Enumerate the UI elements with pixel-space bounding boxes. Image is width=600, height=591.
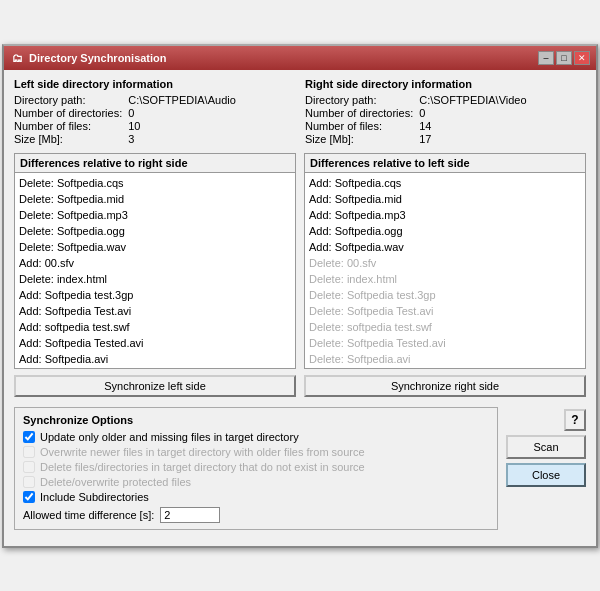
list-item: Add: Softpedia.mid — [309, 191, 581, 207]
right-path-label: Directory path: — [305, 94, 413, 106]
list-item: Delete: softpedia test.swf — [309, 319, 581, 335]
right-dirs-label: Number of directories: — [305, 107, 413, 119]
title-bar: 🗂 Directory Synchronisation – □ ✕ — [4, 46, 596, 70]
left-diff-panel: Differences relative to right side Delet… — [14, 153, 296, 369]
left-path-label: Directory path: — [14, 94, 122, 106]
sync-buttons-row: Synchronize left side Synchronize right … — [14, 375, 586, 397]
sync-options-title: Synchronize Options — [23, 414, 489, 426]
window-title: Directory Synchronisation — [29, 52, 167, 64]
close-button[interactable]: Close — [506, 463, 586, 487]
right-size-value: 17 — [419, 133, 586, 145]
option-1-checkbox[interactable] — [23, 431, 35, 443]
left-files-label: Number of files: — [14, 120, 122, 132]
right-dirs-value: 0 — [419, 107, 586, 119]
close-window-button[interactable]: ✕ — [574, 51, 590, 65]
action-buttons-panel: ? Scan Close — [506, 407, 586, 538]
option-2-checkbox[interactable] — [23, 446, 35, 458]
option-5-checkbox[interactable] — [23, 491, 35, 503]
list-item: Delete: index.html — [19, 271, 291, 287]
list-item: Add: Softpedia.wav — [309, 239, 581, 255]
differences-row: Differences relative to right side Delet… — [14, 153, 586, 369]
list-item: Add: Softpedia.avi.A.index — [19, 367, 291, 368]
option-5-label: Include Subdirectories — [40, 491, 149, 503]
left-info-title: Left side directory information — [14, 78, 295, 90]
option-2-row: Overwrite newer files in target director… — [23, 446, 489, 458]
right-diff-title: Differences relative to left side — [305, 154, 585, 173]
list-item: Delete: 00.sfv — [309, 255, 581, 271]
time-diff-label: Allowed time difference [s]: — [23, 509, 154, 521]
synchronize-left-button[interactable]: Synchronize left side — [14, 375, 296, 397]
list-item: Delete: Softpedia Tested.avi — [309, 335, 581, 351]
list-item: Add: Softpedia.avi — [19, 351, 291, 367]
app-icon: 🗂 — [10, 51, 24, 65]
right-files-value: 14 — [419, 120, 586, 132]
list-item: Delete: Softpedia.ogg — [19, 223, 291, 239]
list-item: Delete: Softpedia.avi.A.index — [309, 367, 581, 368]
list-item: Add: Softpedia test.3gp — [19, 287, 291, 303]
list-item: Delete: Softpedia test.3gp — [309, 287, 581, 303]
scan-button[interactable]: Scan — [506, 435, 586, 459]
list-item: Delete: Softpedia Test.avi — [309, 303, 581, 319]
option-1-label: Update only older and missing files in t… — [40, 431, 299, 443]
right-info-title: Right side directory information — [305, 78, 586, 90]
list-item: Delete: index.html — [309, 271, 581, 287]
list-item: Add: Softpedia.cqs — [309, 175, 581, 191]
list-item: Add: Softpedia.ogg — [309, 223, 581, 239]
right-diff-panel: Differences relative to left side Add: S… — [304, 153, 586, 369]
minimize-button[interactable]: – — [538, 51, 554, 65]
sync-options-panel: Synchronize Options Update only older an… — [14, 407, 498, 530]
synchronize-right-button[interactable]: Synchronize right side — [304, 375, 586, 397]
help-button[interactable]: ? — [564, 409, 586, 431]
left-size-value: 3 — [128, 133, 295, 145]
maximize-button[interactable]: □ — [556, 51, 572, 65]
list-item: Delete: Softpedia.mp3 — [19, 207, 291, 223]
right-size-label: Size [Mb]: — [305, 133, 413, 145]
left-dirs-label: Number of directories: — [14, 107, 122, 119]
left-files-value: 10 — [128, 120, 295, 132]
list-item: Add: Softpedia Tested.avi — [19, 335, 291, 351]
left-diff-title: Differences relative to right side — [15, 154, 295, 173]
directory-info-row: Left side directory information Director… — [14, 78, 586, 145]
list-item: Add: softpedia test.swf — [19, 319, 291, 335]
window-controls: – □ ✕ — [538, 51, 590, 65]
time-diff-input[interactable] — [160, 507, 220, 523]
option-3-label: Delete files/directories in target direc… — [40, 461, 365, 473]
list-item: Delete: Softpedia.wav — [19, 239, 291, 255]
left-path-value: C:\SOFTPEDIA\Audio — [128, 94, 295, 106]
option-3-row: Delete files/directories in target direc… — [23, 461, 489, 473]
list-item: Add: 00.sfv — [19, 255, 291, 271]
option-4-label: Delete/overwrite protected files — [40, 476, 191, 488]
list-item: Add: Softpedia Test.avi — [19, 303, 291, 319]
right-path-value: C:\SOFTPEDIA\Video — [419, 94, 586, 106]
right-files-label: Number of files: — [305, 120, 413, 132]
time-diff-row: Allowed time difference [s]: — [23, 507, 489, 523]
option-5-row: Include Subdirectories — [23, 491, 489, 503]
option-4-row: Delete/overwrite protected files — [23, 476, 489, 488]
list-item: Add: Softpedia.mp3 — [309, 207, 581, 223]
right-directory-info: Right side directory information Directo… — [305, 78, 586, 145]
option-4-checkbox[interactable] — [23, 476, 35, 488]
options-section-row: Synchronize Options Update only older an… — [14, 407, 586, 538]
list-item: Delete: Softpedia.mid — [19, 191, 291, 207]
left-size-label: Size [Mb]: — [14, 133, 122, 145]
option-2-label: Overwrite newer files in target director… — [40, 446, 365, 458]
left-diff-list[interactable]: Delete: Softpedia.cqsDelete: Softpedia.m… — [15, 173, 295, 368]
option-1-row: Update only older and missing files in t… — [23, 431, 489, 443]
right-diff-list[interactable]: Add: Softpedia.cqsAdd: Softpedia.midAdd:… — [305, 173, 585, 368]
left-dirs-value: 0 — [128, 107, 295, 119]
option-3-checkbox[interactable] — [23, 461, 35, 473]
left-directory-info: Left side directory information Director… — [14, 78, 295, 145]
main-window: 🗂 Directory Synchronisation – □ ✕ Left s… — [2, 44, 598, 548]
list-item: Delete: Softpedia.avi — [309, 351, 581, 367]
list-item: Delete: Softpedia.cqs — [19, 175, 291, 191]
